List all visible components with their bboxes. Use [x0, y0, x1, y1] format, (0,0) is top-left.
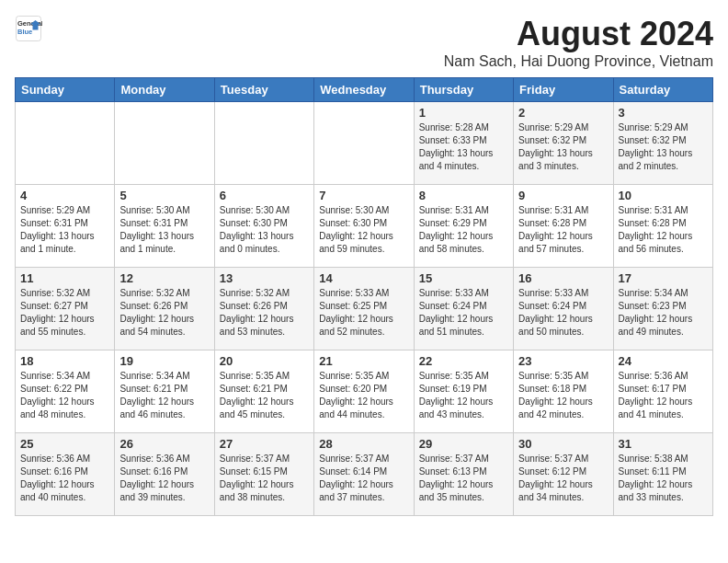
day-cell [16, 102, 115, 185]
day-number: 24 [619, 354, 708, 368]
week-row-3: 11Sunrise: 5:32 AM Sunset: 6:27 PM Dayli… [16, 268, 713, 350]
day-info: Sunrise: 5:31 AM Sunset: 6:28 PM Dayligh… [518, 204, 608, 256]
header-cell-wednesday: Wednesday [314, 78, 414, 102]
day-cell: 6Sunrise: 5:30 AM Sunset: 6:30 PM Daylig… [214, 185, 313, 268]
day-info: Sunrise: 5:30 AM Sunset: 6:30 PM Dayligh… [220, 204, 309, 256]
day-number: 19 [119, 354, 209, 368]
header-cell-saturday: Saturday [613, 78, 712, 102]
day-number: 11 [20, 271, 109, 285]
day-info: Sunrise: 5:34 AM Sunset: 6:21 PM Dayligh… [119, 370, 209, 421]
logo-icon: General Blue [15, 15, 42, 42]
week-row-1: 1Sunrise: 5:28 AM Sunset: 6:33 PM Daylig… [16, 102, 713, 185]
day-cell: 10Sunrise: 5:31 AM Sunset: 6:28 PM Dayli… [613, 185, 712, 268]
day-cell [115, 102, 214, 185]
day-info: Sunrise: 5:32 AM Sunset: 6:26 PM Dayligh… [119, 287, 209, 339]
day-cell: 5Sunrise: 5:30 AM Sunset: 6:31 PM Daylig… [115, 185, 214, 268]
day-info: Sunrise: 5:37 AM Sunset: 6:15 PM Dayligh… [220, 453, 309, 504]
day-cell: 15Sunrise: 5:33 AM Sunset: 6:24 PM Dayli… [414, 268, 513, 350]
day-info: Sunrise: 5:36 AM Sunset: 6:16 PM Dayligh… [20, 453, 109, 504]
day-info: Sunrise: 5:32 AM Sunset: 6:27 PM Dayligh… [20, 287, 109, 339]
day-cell: 11Sunrise: 5:32 AM Sunset: 6:27 PM Dayli… [16, 268, 115, 350]
day-cell: 18Sunrise: 5:34 AM Sunset: 6:22 PM Dayli… [16, 350, 115, 433]
day-info: Sunrise: 5:36 AM Sunset: 6:16 PM Dayligh… [119, 453, 209, 504]
day-number: 18 [20, 354, 109, 368]
svg-text:Blue: Blue [17, 28, 32, 36]
day-number: 4 [20, 189, 109, 202]
day-info: Sunrise: 5:34 AM Sunset: 6:22 PM Dayligh… [20, 370, 109, 421]
day-info: Sunrise: 5:30 AM Sunset: 6:31 PM Dayligh… [119, 204, 209, 256]
day-cell: 19Sunrise: 5:34 AM Sunset: 6:21 PM Dayli… [115, 350, 214, 433]
day-info: Sunrise: 5:37 AM Sunset: 6:13 PM Dayligh… [419, 453, 508, 504]
day-info: Sunrise: 5:33 AM Sunset: 6:24 PM Dayligh… [419, 287, 508, 339]
header-cell-thursday: Thursday [414, 78, 513, 102]
logo: General Blue [15, 15, 42, 42]
day-number: 17 [619, 271, 708, 285]
week-row-4: 18Sunrise: 5:34 AM Sunset: 6:22 PM Dayli… [16, 350, 713, 433]
day-info: Sunrise: 5:28 AM Sunset: 6:33 PM Dayligh… [419, 121, 508, 173]
day-number: 25 [20, 437, 109, 451]
day-cell: 27Sunrise: 5:37 AM Sunset: 6:15 PM Dayli… [214, 433, 313, 516]
day-info: Sunrise: 5:35 AM Sunset: 6:19 PM Dayligh… [419, 370, 508, 421]
day-cell: 23Sunrise: 5:35 AM Sunset: 6:18 PM Dayli… [514, 350, 613, 433]
day-cell: 29Sunrise: 5:37 AM Sunset: 6:13 PM Dayli… [414, 433, 513, 516]
day-info: Sunrise: 5:32 AM Sunset: 6:26 PM Dayligh… [220, 287, 309, 339]
day-cell: 8Sunrise: 5:31 AM Sunset: 6:29 PM Daylig… [414, 185, 513, 268]
day-number: 9 [518, 189, 608, 202]
day-number: 5 [119, 189, 209, 202]
day-number: 20 [220, 354, 309, 368]
calendar-subtitle: Nam Sach, Hai Duong Province, Vietnam [444, 53, 713, 70]
day-number: 8 [419, 189, 508, 202]
day-cell: 9Sunrise: 5:31 AM Sunset: 6:28 PM Daylig… [514, 185, 613, 268]
day-info: Sunrise: 5:35 AM Sunset: 6:21 PM Dayligh… [220, 370, 309, 421]
day-number: 3 [619, 106, 708, 120]
day-cell: 7Sunrise: 5:30 AM Sunset: 6:30 PM Daylig… [314, 185, 414, 268]
day-info: Sunrise: 5:29 AM Sunset: 6:32 PM Dayligh… [619, 121, 708, 173]
day-cell [314, 102, 414, 185]
day-cell: 22Sunrise: 5:35 AM Sunset: 6:19 PM Dayli… [414, 350, 513, 433]
title-area: August 2024 Nam Sach, Hai Duong Province… [444, 15, 713, 70]
calendar-title: August 2024 [444, 15, 713, 53]
day-cell: 16Sunrise: 5:33 AM Sunset: 6:24 PM Dayli… [514, 268, 613, 350]
day-info: Sunrise: 5:30 AM Sunset: 6:30 PM Dayligh… [319, 204, 408, 256]
day-cell: 4Sunrise: 5:29 AM Sunset: 6:31 PM Daylig… [16, 185, 115, 268]
day-number: 29 [419, 437, 508, 451]
day-number: 10 [619, 189, 708, 202]
day-number: 31 [619, 437, 708, 451]
day-info: Sunrise: 5:37 AM Sunset: 6:12 PM Dayligh… [518, 453, 608, 504]
day-info: Sunrise: 5:36 AM Sunset: 6:17 PM Dayligh… [619, 370, 708, 421]
day-cell: 12Sunrise: 5:32 AM Sunset: 6:26 PM Dayli… [115, 268, 214, 350]
day-cell: 20Sunrise: 5:35 AM Sunset: 6:21 PM Dayli… [214, 350, 313, 433]
day-cell: 14Sunrise: 5:33 AM Sunset: 6:25 PM Dayli… [314, 268, 414, 350]
day-number: 14 [319, 271, 408, 285]
day-number: 16 [518, 271, 608, 285]
header-cell-friday: Friday [514, 78, 613, 102]
day-cell: 3Sunrise: 5:29 AM Sunset: 6:32 PM Daylig… [613, 102, 712, 185]
day-cell: 30Sunrise: 5:37 AM Sunset: 6:12 PM Dayli… [514, 433, 613, 516]
day-info: Sunrise: 5:34 AM Sunset: 6:23 PM Dayligh… [619, 287, 708, 339]
day-cell: 17Sunrise: 5:34 AM Sunset: 6:23 PM Dayli… [613, 268, 712, 350]
week-row-5: 25Sunrise: 5:36 AM Sunset: 6:16 PM Dayli… [16, 433, 713, 516]
day-cell: 1Sunrise: 5:28 AM Sunset: 6:33 PM Daylig… [414, 102, 513, 185]
page-header: General Blue August 2024 Nam Sach, Hai D… [15, 15, 713, 70]
day-number: 27 [220, 437, 309, 451]
day-cell: 13Sunrise: 5:32 AM Sunset: 6:26 PM Dayli… [214, 268, 313, 350]
day-info: Sunrise: 5:29 AM Sunset: 6:31 PM Dayligh… [20, 204, 109, 256]
day-info: Sunrise: 5:38 AM Sunset: 6:11 PM Dayligh… [619, 453, 708, 504]
calendar-table: SundayMondayTuesdayWednesdayThursdayFrid… [15, 77, 713, 516]
day-cell: 26Sunrise: 5:36 AM Sunset: 6:16 PM Dayli… [115, 433, 214, 516]
day-number: 1 [419, 106, 508, 120]
day-info: Sunrise: 5:29 AM Sunset: 6:32 PM Dayligh… [518, 121, 608, 173]
day-cell: 24Sunrise: 5:36 AM Sunset: 6:17 PM Dayli… [613, 350, 712, 433]
day-number: 12 [119, 271, 209, 285]
day-cell: 28Sunrise: 5:37 AM Sunset: 6:14 PM Dayli… [314, 433, 414, 516]
day-info: Sunrise: 5:31 AM Sunset: 6:28 PM Dayligh… [619, 204, 708, 256]
day-info: Sunrise: 5:33 AM Sunset: 6:25 PM Dayligh… [319, 287, 408, 339]
day-number: 22 [419, 354, 508, 368]
header-cell-tuesday: Tuesday [214, 78, 313, 102]
header-row: SundayMondayTuesdayWednesdayThursdayFrid… [16, 78, 713, 102]
day-info: Sunrise: 5:33 AM Sunset: 6:24 PM Dayligh… [518, 287, 608, 339]
week-row-2: 4Sunrise: 5:29 AM Sunset: 6:31 PM Daylig… [16, 185, 713, 268]
day-info: Sunrise: 5:35 AM Sunset: 6:20 PM Dayligh… [319, 370, 408, 421]
day-number: 7 [319, 189, 408, 202]
day-number: 23 [518, 354, 608, 368]
